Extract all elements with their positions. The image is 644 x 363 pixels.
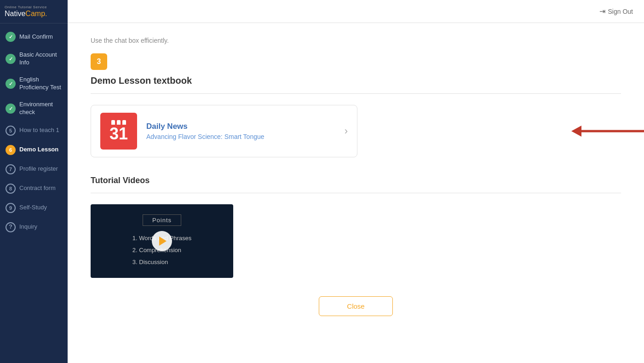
sidebar-item-profile-register[interactable]: 7 Profile register — [0, 160, 68, 179]
sign-out-icon: ⇥ — [599, 7, 605, 16]
sidebar: Online Tutorial Service NativeCamp. ✓ Ma… — [0, 0, 68, 363]
sign-out-button[interactable]: ⇥ Sign Out — [599, 7, 633, 16]
logo-dot: . — [45, 10, 47, 17]
sidebar-label-english-test: English Proficiency Test — [19, 76, 62, 92]
content-card: Use the chat box efficiently. 3 Demo Les… — [68, 23, 644, 363]
logo-small-text: Online Tutorial Service — [5, 6, 63, 10]
check-icon-english: ✓ — [6, 79, 16, 89]
play-button[interactable] — [152, 231, 172, 251]
sidebar-item-basic-account[interactable]: ✓ Basic Account Info — [0, 46, 68, 71]
sidebar-item-contract-form[interactable]: 8 Contract form — [0, 179, 68, 198]
sign-out-label: Sign Out — [608, 8, 633, 15]
close-button-container: Close — [91, 296, 621, 316]
lesson-card[interactable]: 31 Daily News Advancing Flavor Science: … — [91, 105, 357, 157]
close-button[interactable]: Close — [319, 296, 392, 316]
tutorial-title: Tutorial Videos — [91, 176, 621, 185]
number-icon-8: 8 — [6, 184, 16, 194]
step-badge: 3 — [91, 53, 107, 70]
number-icon-7: 7 — [6, 164, 16, 174]
sidebar-item-environment-check[interactable]: ✓ Environment check — [0, 96, 68, 121]
sidebar-label-basic-account: Basic Account Info — [19, 51, 62, 67]
number-icon-6: 6 — [6, 145, 16, 155]
number-icon-9: 9 — [6, 203, 16, 213]
sidebar-label-contract-form: Contract form — [19, 184, 56, 192]
section-hint: Use the chat box efficiently. — [91, 37, 621, 44]
question-icon-inquiry: ? — [6, 222, 16, 232]
sidebar-item-english-test[interactable]: ✓ English Proficiency Test — [0, 71, 68, 96]
video-points-label: Points — [143, 214, 181, 226]
sidebar-label-self-study: Self-Study — [19, 204, 47, 212]
sidebar-item-demo-lesson[interactable]: 6 Demo Lesson — [0, 140, 68, 160]
sidebar-label-mail-confirm: Mail Confirm — [19, 33, 53, 41]
lesson-chevron-icon: › — [345, 125, 348, 137]
check-icon-basic: ✓ — [6, 54, 16, 64]
sidebar-label-environment-check: Environment check — [19, 101, 62, 116]
check-icon-mail: ✓ — [6, 32, 16, 42]
sidebar-label-how-to-teach: How to teach 1 — [19, 127, 59, 134]
lesson-title: Daily News — [146, 122, 337, 131]
logo-native: Native — [5, 10, 25, 17]
logo: Online Tutorial Service NativeCamp. — [0, 0, 68, 23]
calendar-icon: 31 — [109, 120, 128, 142]
main-content: Use the chat box efficiently. 3 Demo Les… — [68, 23, 644, 363]
tutorial-divider — [91, 193, 621, 193]
lesson-info: Daily News Advancing Flavor Science: Sma… — [146, 122, 337, 140]
video-list-item-3: 3. Discussion — [132, 256, 191, 268]
check-icon-env: ✓ — [6, 104, 16, 114]
lesson-card-container: 31 Daily News Advancing Flavor Science: … — [91, 105, 574, 157]
logo-camp: Camp — [25, 10, 45, 17]
svg-marker-1 — [571, 126, 581, 137]
sidebar-label-inquiry: Inquiry — [19, 223, 37, 231]
sidebar-item-self-study[interactable]: 9 Self-Study — [0, 198, 68, 218]
number-icon-5: 5 — [6, 126, 16, 136]
lesson-subtitle: Advancing Flavor Science: Smart Tongue — [146, 133, 337, 140]
sidebar-item-how-to-teach[interactable]: 5 How to teach 1 — [0, 121, 68, 140]
topbar: ⇥ Sign Out — [68, 0, 644, 23]
lesson-thumbnail: 31 — [100, 113, 137, 150]
video-thumbnail[interactable]: Points 1. Words and Phrases 2. Comprehen… — [91, 204, 233, 278]
red-arrow-annotation — [571, 122, 644, 140]
sidebar-nav: ✓ Mail Confirm ✓ Basic Account Info ✓ En… — [0, 23, 68, 363]
sidebar-item-mail-confirm[interactable]: ✓ Mail Confirm — [0, 27, 68, 46]
sidebar-item-inquiry[interactable]: ? Inquiry — [0, 218, 68, 237]
sidebar-label-demo-lesson: Demo Lesson — [19, 146, 58, 154]
sidebar-label-profile-register: Profile register — [19, 165, 58, 173]
main-area: ⇥ Sign Out Use the chat box efficiently.… — [68, 0, 644, 363]
play-triangle-icon — [159, 236, 167, 246]
section-divider — [91, 93, 621, 94]
section-title: Demo Lesson textbook — [91, 75, 621, 86]
